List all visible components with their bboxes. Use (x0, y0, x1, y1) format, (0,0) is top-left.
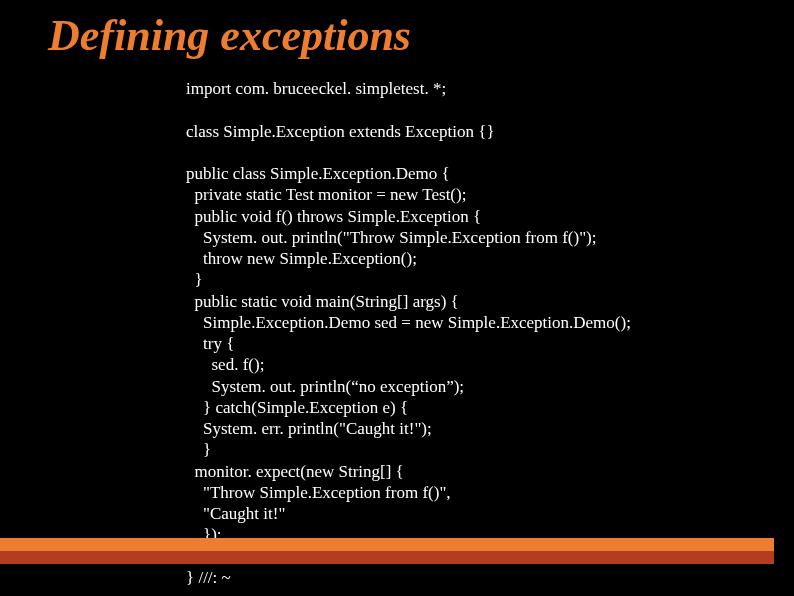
code-block: import com. bruceeckel. simpletest. *; c… (186, 78, 764, 588)
page-title: Defining exceptions (48, 10, 411, 61)
footer-bar-bottom (0, 551, 774, 564)
footer-accent-bars (0, 538, 794, 568)
footer-bar-top (0, 538, 774, 551)
slide: Defining exceptions import com. bruceeck… (0, 0, 794, 596)
